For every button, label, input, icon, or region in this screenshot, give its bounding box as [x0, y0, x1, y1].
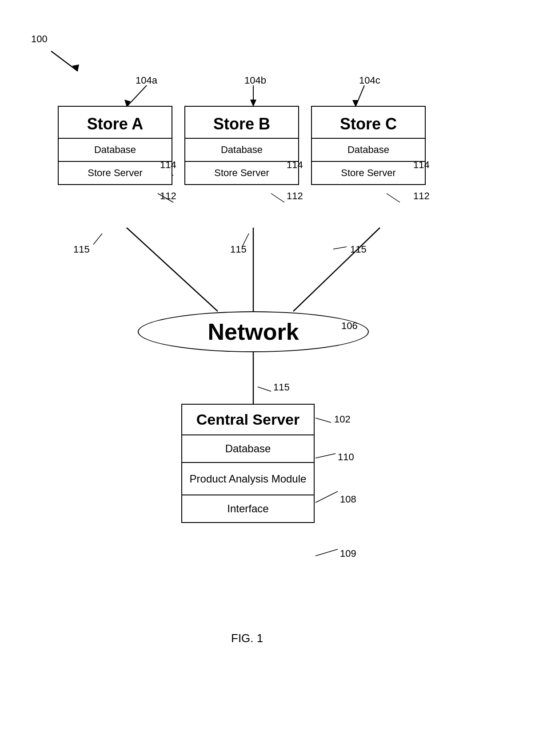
svg-line-16 — [293, 228, 380, 311]
central-server-box: Central Server Database Product Analysis… — [181, 404, 315, 523]
fig-label: FIG. 1 — [231, 631, 263, 645]
store-b-box: Store B Database Store Server — [184, 106, 299, 185]
store-c-title: Store C — [312, 107, 425, 139]
central-interface: Interface — [182, 495, 314, 522]
svg-line-26 — [315, 549, 338, 556]
svg-line-25 — [315, 491, 338, 503]
ref-114-b: 114 — [287, 159, 303, 171]
ref-115-c: 115 — [350, 244, 367, 255]
svg-line-19 — [93, 233, 102, 245]
store-a-title: Store A — [59, 107, 172, 139]
store-a-server: Store Server — [59, 162, 172, 184]
ref-114-a: 114 — [160, 159, 176, 171]
svg-line-0 — [51, 51, 78, 71]
ref-104b: 104b — [244, 75, 266, 86]
network-label: Network — [208, 318, 299, 345]
diagram: 100 104a Store A Database Store Server 1… — [0, 0, 551, 756]
ref-104a: 104a — [136, 75, 157, 86]
ref-109: 109 — [340, 548, 356, 559]
ref-115-b: 115 — [230, 244, 247, 255]
svg-line-14 — [127, 228, 218, 311]
ref-112-c: 112 — [413, 190, 430, 202]
central-database: Database — [182, 435, 314, 463]
ref-115-a: 115 — [73, 244, 90, 255]
store-c-box: Store C Database Store Server — [311, 106, 426, 185]
svg-line-22 — [333, 247, 347, 249]
ref-102: 102 — [334, 414, 351, 425]
svg-line-23 — [315, 418, 331, 422]
central-server-title: Central Server — [182, 405, 314, 435]
ref-112-a: 112 — [160, 190, 176, 202]
ref-115-net: 115 — [273, 382, 290, 393]
svg-marker-1 — [72, 64, 79, 71]
store-c-server: Store Server — [312, 162, 425, 184]
svg-line-11 — [271, 193, 284, 202]
svg-line-2 — [127, 85, 147, 107]
store-b-title: Store B — [185, 107, 298, 139]
svg-line-13 — [387, 193, 400, 202]
ref-114-c: 114 — [413, 159, 430, 171]
ref-110: 110 — [338, 451, 354, 463]
network-ellipse: Network — [138, 311, 369, 352]
store-b-database: Database — [185, 139, 298, 162]
svg-line-24 — [315, 454, 335, 458]
ref-106: 106 — [341, 320, 358, 332]
ref-108: 108 — [340, 494, 356, 505]
ref-100: 100 — [31, 33, 48, 45]
svg-line-6 — [355, 85, 364, 107]
store-b-server: Store Server — [185, 162, 298, 184]
ref-112-b: 112 — [287, 190, 303, 202]
store-a-database: Database — [59, 139, 172, 162]
central-product-analysis: Product Analysis Module — [182, 463, 314, 495]
svg-line-21 — [258, 387, 271, 391]
store-c-database: Database — [312, 139, 425, 162]
store-a-box: Store A Database Store Server — [58, 106, 172, 185]
ref-104c: 104c — [359, 75, 380, 86]
